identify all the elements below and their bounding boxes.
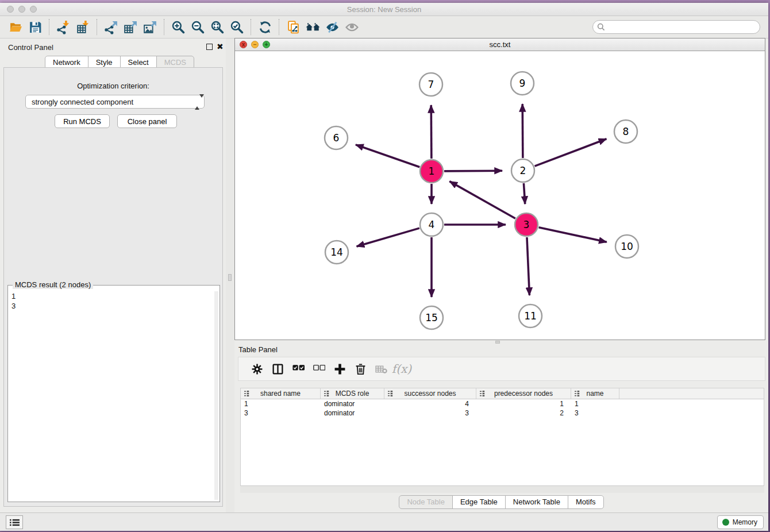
memory-button[interactable]: Memory bbox=[717, 515, 764, 529]
optimization-criterion-select[interactable]: strongly connected component bbox=[25, 95, 205, 109]
deselect-all-icon[interactable] bbox=[309, 360, 329, 377]
graph-node-1[interactable]: 1 bbox=[420, 160, 443, 183]
network-window: x–+ scc.txt 7968124314101511 bbox=[234, 38, 765, 340]
refresh-layout-icon[interactable] bbox=[255, 18, 275, 36]
settings-icon[interactable] bbox=[247, 360, 267, 377]
run-mcds-button[interactable]: Run MCDS bbox=[55, 114, 110, 128]
graph-node-2[interactable]: 2 bbox=[511, 159, 534, 182]
svg-text:6: 6 bbox=[333, 132, 340, 144]
graph-edge-4-14[interactable] bbox=[357, 228, 419, 246]
memory-status-icon bbox=[722, 519, 729, 526]
window-title: Session: New Session bbox=[0, 5, 768, 14]
svg-text:15: 15 bbox=[425, 312, 438, 323]
node-table-body: 1dominator4113dominator323 bbox=[241, 399, 764, 418]
graph-node-3[interactable]: 3 bbox=[515, 213, 538, 236]
graph-edge-3-11[interactable] bbox=[527, 237, 529, 295]
cell-predecessor-nodes[interactable]: 2 bbox=[476, 408, 571, 418]
network-canvas[interactable]: 7968124314101511 bbox=[235, 51, 765, 340]
graph-node-9[interactable]: 9 bbox=[511, 72, 534, 95]
graph-node-8[interactable]: 8 bbox=[614, 120, 637, 143]
first-neighbors-icon[interactable] bbox=[303, 18, 322, 36]
open-session-icon[interactable] bbox=[6, 18, 25, 36]
cell-successor-nodes[interactable]: 4 bbox=[384, 399, 476, 408]
table-panel: Table Panel ✖ f(x) shared nameMCDS roles… bbox=[234, 342, 768, 512]
cell-shared-name[interactable]: 1 bbox=[241, 399, 321, 408]
mcds-result-text[interactable]: 1 3 bbox=[9, 290, 213, 500]
close-panel-button[interactable]: Close panel bbox=[117, 114, 177, 128]
toolbar-separator bbox=[164, 19, 164, 35]
import-network-icon[interactable] bbox=[53, 18, 73, 36]
export-network-icon[interactable] bbox=[101, 18, 121, 36]
task-history-button[interactable] bbox=[6, 515, 23, 529]
duplicate-network-icon[interactable] bbox=[283, 18, 303, 36]
mcds-result-title: MCDS result (2 nodes) bbox=[13, 280, 93, 289]
cell-name[interactable]: 1 bbox=[571, 399, 619, 408]
cell-successor-nodes[interactable]: 3 bbox=[384, 408, 476, 418]
graph-edge-2-9[interactable] bbox=[522, 104, 523, 158]
graph-edge-1-7[interactable] bbox=[431, 105, 432, 159]
app-window: Session: New Session Control Panel ✖ Net… bbox=[0, 3, 768, 531]
svg-text:10: 10 bbox=[621, 241, 633, 252]
zoom-in-icon[interactable] bbox=[168, 18, 188, 36]
select-all-icon[interactable] bbox=[288, 360, 309, 377]
tab-network-table[interactable]: Network Table bbox=[505, 495, 568, 509]
network-window-title: scc.txt bbox=[235, 40, 765, 49]
cell-MCDS-role[interactable]: dominator bbox=[321, 408, 384, 418]
result-scrollbar[interactable] bbox=[214, 291, 218, 500]
hide-selected-icon[interactable] bbox=[322, 18, 342, 36]
columns-icon[interactable] bbox=[267, 360, 288, 377]
graph-node-6[interactable]: 6 bbox=[325, 126, 348, 149]
tab-node-table[interactable]: Node Table bbox=[399, 495, 453, 509]
graph-node-10[interactable]: 10 bbox=[615, 235, 638, 258]
control-panel-close-icon[interactable]: ✖ bbox=[217, 43, 224, 51]
zoom-out-icon[interactable] bbox=[188, 18, 207, 36]
graph-edge-3-1[interactable] bbox=[449, 182, 515, 219]
export-table-icon[interactable] bbox=[121, 18, 140, 36]
svg-text:4: 4 bbox=[429, 219, 435, 230]
graph-edge-1-6[interactable] bbox=[356, 145, 419, 167]
search-input[interactable] bbox=[592, 20, 760, 34]
column-header-predecessor-nodes[interactable]: predecessor nodes bbox=[476, 388, 571, 399]
graph-node-11[interactable]: 11 bbox=[519, 304, 542, 327]
show-all-icon[interactable] bbox=[342, 18, 361, 36]
graph-edge-2-8[interactable] bbox=[535, 139, 607, 166]
table-panel-title: Table Panel bbox=[238, 345, 278, 354]
save-session-icon[interactable] bbox=[25, 18, 45, 36]
svg-text:1: 1 bbox=[429, 165, 435, 177]
tab-edge-table[interactable]: Edge Table bbox=[452, 495, 506, 509]
delete-row-icon[interactable] bbox=[350, 360, 371, 377]
graph-node-4[interactable]: 4 bbox=[420, 213, 443, 236]
cell-MCDS-role[interactable]: dominator bbox=[321, 399, 384, 408]
tab-motifs[interactable]: Motifs bbox=[568, 495, 604, 509]
column-header-MCDS-role[interactable]: MCDS role bbox=[321, 388, 384, 399]
column-header-successor-nodes[interactable]: successor nodes bbox=[384, 388, 476, 399]
graph-node-7[interactable]: 7 bbox=[419, 73, 442, 96]
zoom-selected-icon[interactable] bbox=[227, 18, 247, 36]
delete-table-icon bbox=[371, 360, 391, 377]
graph-edge-1-2[interactable] bbox=[444, 171, 502, 171]
table-row[interactable]: 1dominator411 bbox=[241, 399, 764, 408]
zoom-fit-icon[interactable] bbox=[207, 18, 227, 36]
graph-edge-3-10[interactable] bbox=[538, 228, 606, 242]
column-header-name[interactable]: name bbox=[571, 388, 619, 399]
main-toolbar bbox=[0, 16, 768, 38]
cell-name[interactable]: 3 bbox=[571, 408, 619, 418]
vertical-split-divider[interactable] bbox=[226, 38, 234, 512]
control-panel-float-icon[interactable] bbox=[206, 44, 213, 50]
divider-grip[interactable] bbox=[228, 274, 232, 281]
add-row-icon[interactable] bbox=[329, 360, 350, 377]
import-table-icon[interactable] bbox=[73, 18, 93, 36]
table-row[interactable]: 3dominator323 bbox=[241, 408, 764, 418]
graph-edge-2-3[interactable] bbox=[523, 183, 525, 204]
graph-node-15[interactable]: 15 bbox=[420, 306, 443, 329]
cell-shared-name[interactable]: 3 bbox=[241, 408, 321, 418]
svg-text:14: 14 bbox=[330, 246, 343, 258]
graph-node-14[interactable]: 14 bbox=[325, 241, 348, 264]
toolbar-icon-group bbox=[6, 18, 361, 36]
mcds-panel-body: Optimization criterion: strongly connect… bbox=[3, 67, 223, 507]
column-header-shared-name[interactable]: shared name bbox=[241, 388, 321, 399]
cell-predecessor-nodes[interactable]: 1 bbox=[476, 399, 571, 408]
table-scroll-strip[interactable] bbox=[240, 486, 764, 493]
export-image-icon[interactable] bbox=[140, 18, 160, 36]
svg-text:2: 2 bbox=[520, 165, 526, 176]
